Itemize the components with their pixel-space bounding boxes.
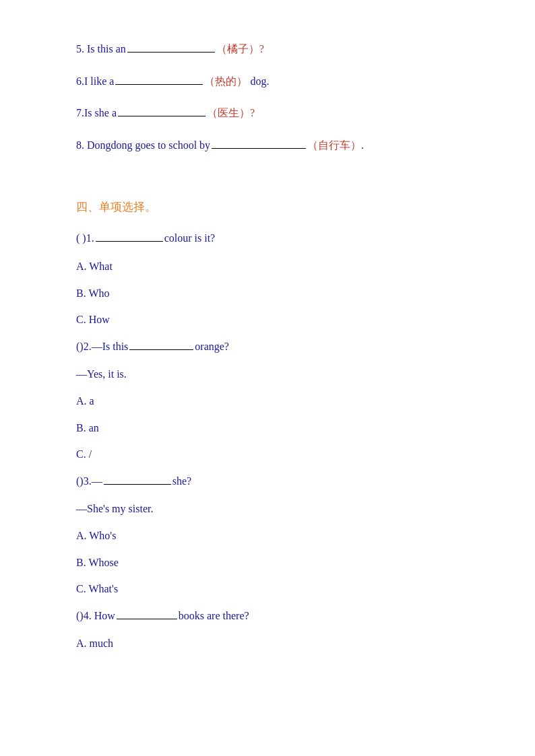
mc-q3-optC: C. What's [76, 580, 468, 598]
q5-blank [127, 52, 215, 53]
q8-suffix: . [361, 139, 364, 151]
q6-hint: （热的） [204, 75, 247, 87]
mc-q3-answer: —She's my sister. [76, 500, 468, 518]
mc-q2-optA: A. a [76, 392, 468, 410]
mc-q2-suffix: orange? [195, 341, 229, 352]
mc-q3-optB: B. Whose [76, 554, 468, 572]
q7-blank [118, 116, 206, 116]
mc-q3-optA: A. Who's [76, 527, 468, 545]
section-title: 四、单项选择。 [76, 199, 468, 215]
mc-q3: ()3.—she? [76, 473, 468, 490]
mc-q2-prefix: ()2.—Is this [76, 341, 128, 352]
fill-in-q5: 5. Is this an（橘子）? [76, 40, 468, 58]
mc-q3-prefix: ()3.— [76, 475, 102, 487]
fill-in-q6: 6.I like a（热的） dog. [76, 73, 468, 90]
q8-prefix: 8. Dongdong goes to school by [76, 139, 210, 151]
mc-q3-suffix: she? [172, 475, 191, 487]
mc-q4-prefix: ()4. How [76, 610, 115, 621]
q5-hint: （橘子）? [216, 43, 264, 55]
q8-hint: （自行车） [307, 139, 361, 151]
mc-q1-prefix: ( )1. [76, 232, 94, 244]
mc-q2-answer: —Yes, it is. [76, 366, 468, 383]
q6-suffix: dog. [247, 75, 269, 87]
mc-q2-blank [129, 349, 193, 350]
fill-in-q8: 8. Dongdong goes to school by（自行车）. [76, 137, 468, 154]
mc-q1-optB: B. Who [76, 285, 468, 302]
q8-blank [212, 148, 306, 149]
mc-q1-optC: C. How [76, 311, 468, 329]
mc-q4: ()4. Howbooks are there? [76, 607, 468, 625]
mc-q4-optA: A. much [76, 635, 468, 652]
mc-q1-suffix: colour is it? [164, 232, 216, 244]
mc-q3-blank [104, 484, 171, 485]
mc-q1-blank [96, 241, 163, 242]
q7-prefix: 7.Is she a [76, 107, 117, 118]
q6-blank [115, 84, 203, 85]
q5-prefix: 5. Is this an [76, 43, 126, 55]
mc-q1: ( )1.colour is it? [76, 230, 468, 247]
mc-q2-optC: C. / [76, 446, 468, 463]
mc-q1-optA: A. What [76, 258, 468, 275]
mc-q4-suffix: books are there? [179, 610, 249, 621]
fill-in-q7: 7.Is she a（医生）? [76, 104, 468, 122]
q7-hint: （医生）? [207, 107, 255, 118]
mc-q2: ()2.—Is thisorange? [76, 338, 468, 355]
mc-q4-blank [117, 619, 177, 619]
q6-prefix: 6.I like a [76, 75, 114, 87]
mc-q2-optB: B. an [76, 419, 468, 437]
